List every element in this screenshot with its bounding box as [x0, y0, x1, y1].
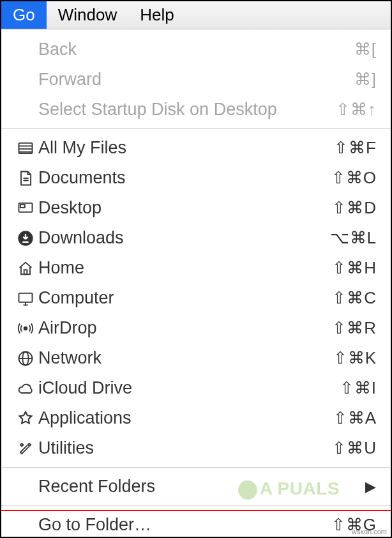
menu-item-forward: Forward ⌘] [1, 65, 391, 95]
utilities-icon [13, 440, 38, 457]
menu-shortcut: ⇧⌘A [306, 408, 377, 428]
menu-item-documents[interactable]: Documents ⇧⌘O [1, 163, 391, 193]
menu-item-applications[interactable]: Applications ⇧⌘A [1, 403, 391, 433]
svg-rect-7 [20, 204, 25, 208]
menu-item-downloads[interactable]: Downloads ⌥⌘L [1, 223, 391, 253]
menu-label: Downloads [38, 228, 306, 248]
menu-item-home[interactable]: Home ⇧⌘H [1, 253, 391, 283]
menubar: Go Window Help [1, 1, 391, 29]
menu-item-network[interactable]: Network ⇧⌘K [1, 343, 391, 373]
menu-label: Documents [38, 168, 306, 188]
menu-shortcut: ⇧⌘U [306, 438, 377, 458]
svg-rect-10 [24, 270, 27, 274]
menu-label: All My Files [38, 138, 306, 158]
go-menu: Back ⌘[ Forward ⌘] Select Startup Disk o… [1, 29, 391, 538]
submenu-arrow-icon: ▶ [306, 479, 377, 495]
documents-icon [13, 169, 38, 187]
menu-item-airdrop[interactable]: AirDrop ⇧⌘R [1, 313, 391, 343]
menu-label: Go to Folder… [38, 515, 306, 535]
menu-label: Home [38, 258, 306, 278]
menu-shortcut: ⇧⌘H [306, 258, 377, 278]
menu-label: Recent Folders [38, 477, 306, 496]
menubar-window[interactable]: Window [47, 1, 128, 29]
menu-shortcut: ⌘] [306, 70, 377, 89]
svg-rect-11 [19, 293, 33, 302]
icloud-icon [13, 380, 38, 397]
menu-shortcut: ⇧⌘I [306, 378, 377, 398]
menu-item-go-to-folder[interactable]: Go to Folder… ⇧⌘G [1, 510, 391, 538]
menu-separator [1, 467, 391, 468]
menu-label: iCloud Drive [38, 378, 306, 398]
computer-icon [13, 289, 38, 307]
desktop-icon [13, 199, 38, 217]
home-icon [13, 259, 38, 277]
menu-label: Select Startup Disk on Desktop [38, 100, 306, 119]
menu-item-desktop[interactable]: Desktop ⇧⌘D [1, 193, 391, 223]
menu-label: Forward [38, 70, 306, 89]
menu-label: Computer [38, 288, 306, 308]
svg-point-14 [24, 327, 27, 330]
downloads-icon [13, 229, 38, 247]
menu-item-all-my-files[interactable]: All My Files ⇧⌘F [1, 133, 391, 163]
menu-item-back: Back ⌘[ [1, 35, 391, 65]
menubar-help[interactable]: Help [128, 1, 185, 29]
applications-icon [13, 410, 38, 427]
menu-separator [1, 128, 391, 129]
menu-label: Back [38, 40, 306, 59]
source-attribution: wsxdn.com [352, 528, 387, 535]
menu-item-utilities[interactable]: Utilities ⇧⌘U [1, 433, 391, 463]
menu-label: Network [38, 348, 306, 368]
menu-item-startup-disk: Select Startup Disk on Desktop ⇧⌘↑ [1, 95, 391, 125]
menu-shortcut: ⌘[ [306, 40, 377, 59]
menu-shortcut: ⇧⌘↑ [306, 100, 377, 119]
menu-label: Applications [38, 408, 306, 428]
menu-shortcut: ⌥⌘L [306, 228, 377, 248]
menu-shortcut: ⇧⌘R [306, 318, 377, 338]
menu-item-recent-folders[interactable]: Recent Folders ▶ [1, 472, 391, 502]
airdrop-icon [13, 319, 38, 337]
menu-item-icloud[interactable]: iCloud Drive ⇧⌘I [1, 373, 391, 403]
menu-shortcut: ⇧⌘K [306, 348, 377, 368]
all-files-icon [13, 139, 38, 157]
menu-item-computer[interactable]: Computer ⇧⌘C [1, 283, 391, 313]
menu-separator [1, 505, 391, 506]
menu-shortcut: ⇧⌘C [306, 288, 377, 308]
menubar-go[interactable]: Go [1, 1, 47, 29]
network-icon [13, 350, 38, 367]
menu-label: Desktop [38, 198, 306, 218]
menu-shortcut: ⇧⌘F [306, 138, 377, 158]
menu-shortcut: ⇧⌘O [306, 168, 377, 188]
menu-label: AirDrop [38, 318, 306, 338]
menu-label: Utilities [38, 438, 306, 458]
menu-shortcut: ⇧⌘D [306, 198, 377, 218]
